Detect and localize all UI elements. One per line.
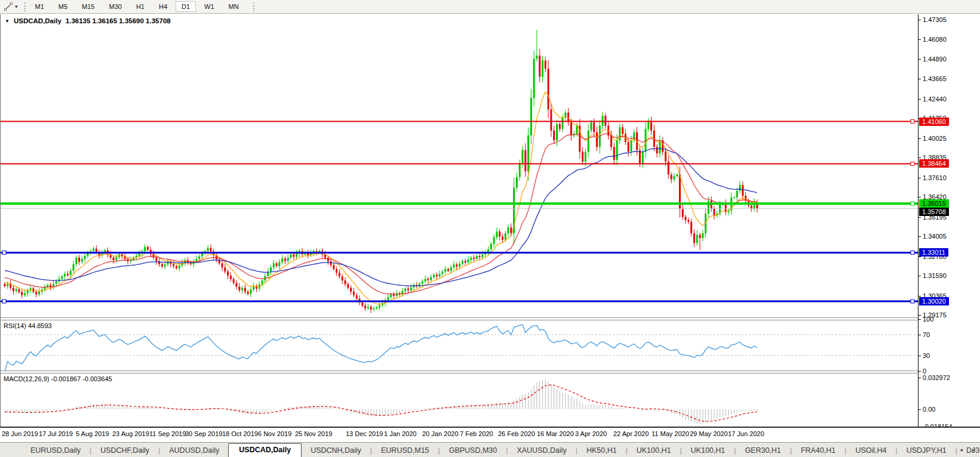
tab-scroll-buttons: ◂ ▸ xyxy=(960,446,975,453)
macd-tick-tickmark xyxy=(918,378,921,378)
date-label: 6 Nov 2019 xyxy=(258,430,291,437)
price-tick-tickmark xyxy=(918,138,921,139)
price-tick: 1.43665 xyxy=(923,75,947,83)
price-tick: 1.31590 xyxy=(923,272,947,280)
price-tick-tickmark xyxy=(918,217,921,218)
chart-tab-eurusd-m15[interactable]: EURUSD,M15 xyxy=(372,444,438,457)
timeframe-button-m5[interactable]: M5 xyxy=(53,1,73,12)
rsi-indicator-panel[interactable]: RSI(14) 44.8593 xyxy=(0,320,918,370)
timeframe-button-m1[interactable]: M1 xyxy=(29,1,50,12)
candlestick-chart xyxy=(0,14,918,317)
chart-tab-usdcnh-daily[interactable]: USDCNH,Daily xyxy=(302,444,370,457)
rsi-tick-tickmark xyxy=(918,335,921,335)
ma-fast-line xyxy=(5,92,757,304)
chart-tab-eurusd-daily[interactable]: EURUSD,Daily xyxy=(21,444,90,457)
price-tick-tickmark xyxy=(918,59,921,60)
rsi-tick-tickmark xyxy=(918,319,921,320)
price-tick: 1.34005 xyxy=(923,233,947,240)
price-tick: 1.37610 xyxy=(923,174,947,182)
timeframe-button-m30[interactable]: M30 xyxy=(103,1,128,12)
timeframe-button-w1[interactable]: W1 xyxy=(198,1,220,12)
date-label: 18 Oct 2019 xyxy=(222,430,258,437)
symbol-dropdown-icon[interactable]: ▼ xyxy=(5,18,10,24)
current-price-label: 1.35708 xyxy=(919,208,949,216)
price-tick-tickmark xyxy=(918,20,921,20)
rsi-tick-tickmark xyxy=(918,356,921,356)
line-anchor[interactable] xyxy=(2,251,6,254)
macd-label: MACD(12,26,9) -0.001867 -0.003645 xyxy=(4,375,112,382)
ma-slow-line xyxy=(5,149,757,286)
time-axis[interactable]: 28 Jun 201917 Jul 20195 Aug 201923 Aug 2… xyxy=(0,427,980,442)
chart-tab-gbpusd-m30[interactable]: GBPUSD,M30 xyxy=(440,444,506,457)
date-label: 30 Sep 2019 xyxy=(185,430,222,437)
price-tick-tickmark xyxy=(918,178,921,178)
ohlc-values: 1.36135 1.36165 1.35690 1.35708 xyxy=(66,17,171,24)
line-anchor[interactable] xyxy=(2,299,6,303)
macd-tick: 0.00 xyxy=(923,406,935,413)
date-label: 17 Jun 2020 xyxy=(728,430,764,437)
candle-bodies xyxy=(4,55,758,310)
line-anchor[interactable] xyxy=(911,120,914,123)
timeframe-button-h1[interactable]: H1 xyxy=(130,1,150,12)
macd-indicator-panel[interactable]: MACD(12,26,9) -0.001867 -0.003645 xyxy=(0,373,918,427)
chart-tab-usoil-h4[interactable]: USOil,H4 xyxy=(846,444,895,457)
tab-scroll-left-icon[interactable]: ◂ xyxy=(960,446,963,453)
chart-tab-usdchf-daily[interactable]: USDCHF,Daily xyxy=(91,444,158,457)
chart-tab-audusd-daily[interactable]: AUDUSD,Daily xyxy=(160,444,228,457)
price-tick-tickmark xyxy=(918,276,921,276)
chart-tab-usdcad-daily[interactable]: USDCAD,Daily xyxy=(228,443,302,457)
timeframe-button-m15[interactable]: M15 xyxy=(76,1,100,12)
line-anchor[interactable] xyxy=(911,162,914,165)
rsi-tick: 30 xyxy=(923,352,930,360)
chart-tab-uk100-h1[interactable]: UK100,H1 xyxy=(628,444,680,457)
timeframe-buttons: M1M5M15M30H1H4D1W1MN xyxy=(29,1,245,12)
date-label: 11 May 2020 xyxy=(652,430,689,437)
trendline-tool-icon xyxy=(4,2,14,11)
symbol-name: USDCAD,Daily xyxy=(14,17,62,24)
date-label: 3 Apr 2020 xyxy=(575,430,607,437)
price-axis[interactable]: 1.473051.460801.448901.436651.424401.412… xyxy=(918,14,980,427)
timeframe-button-h4[interactable]: H4 xyxy=(153,1,173,12)
date-label: 5 Aug 2019 xyxy=(76,430,109,437)
date-label: 25 Nov 2019 xyxy=(295,430,332,437)
date-label: 17 Jul 2019 xyxy=(39,430,73,437)
date-label: 23 Aug 2019 xyxy=(112,430,149,437)
hline-price-label-1.33011: 1.33011 xyxy=(919,248,948,257)
macd-histogram xyxy=(5,379,757,424)
date-label: 1 Jan 2020 xyxy=(384,430,416,437)
chart-tab-xauusd-daily[interactable]: XAUUSD,Daily xyxy=(508,444,575,457)
timeframe-button-d1[interactable]: D1 xyxy=(176,1,196,12)
line-anchor[interactable] xyxy=(911,202,914,205)
line-anchor[interactable] xyxy=(911,251,914,254)
price-tick-tickmark xyxy=(918,236,921,237)
line-anchor[interactable] xyxy=(911,299,914,303)
price-tick: 1.46080 xyxy=(923,36,947,44)
chart-tab-fra40-h1[interactable]: FRA40,H1 xyxy=(792,444,844,457)
timeframe-button-mn[interactable]: MN xyxy=(223,1,245,12)
line-tools-button[interactable]: ▾ xyxy=(2,2,20,12)
price-tick-tickmark xyxy=(918,296,921,297)
candle-wicks xyxy=(5,30,757,313)
rsi-tick: 70 xyxy=(923,331,930,339)
toolbar-grip[interactable] xyxy=(24,2,26,11)
price-tick-tickmark xyxy=(918,197,921,197)
chart-tab-hk50-h1[interactable]: HK50,H1 xyxy=(577,444,626,457)
price-tick-tickmark xyxy=(918,79,921,79)
date-label: 16 Mar 2020 xyxy=(537,430,574,437)
ma-mid-line xyxy=(5,134,757,294)
chart-tab-uk100-h1[interactable]: UK100,H1 xyxy=(682,444,735,457)
chart-tab-ger30-h1[interactable]: GER30,H1 xyxy=(736,444,789,457)
price-chart-panel[interactable]: ▼ USDCAD,Daily 1.36135 1.36165 1.35690 1… xyxy=(0,14,918,317)
price-tick-tickmark xyxy=(918,315,921,316)
chart-tab-usdjpy-h1[interactable]: USDJPY,H1 xyxy=(898,444,956,457)
chart-left-border xyxy=(0,14,1,427)
rsi-tick: 100 xyxy=(923,316,933,323)
price-tick: 1.42440 xyxy=(923,95,947,103)
tab-scroll-right-icon[interactable]: ▸ xyxy=(972,446,975,453)
chevron-down-icon: ▾ xyxy=(15,4,18,10)
date-label: 13 Dec 2019 xyxy=(346,430,383,437)
date-label: 7 Feb 2020 xyxy=(460,430,493,437)
price-tick-tickmark xyxy=(918,158,921,158)
date-label: 22 Apr 2020 xyxy=(613,430,649,437)
toolbar-grip-2[interactable] xyxy=(253,2,254,11)
